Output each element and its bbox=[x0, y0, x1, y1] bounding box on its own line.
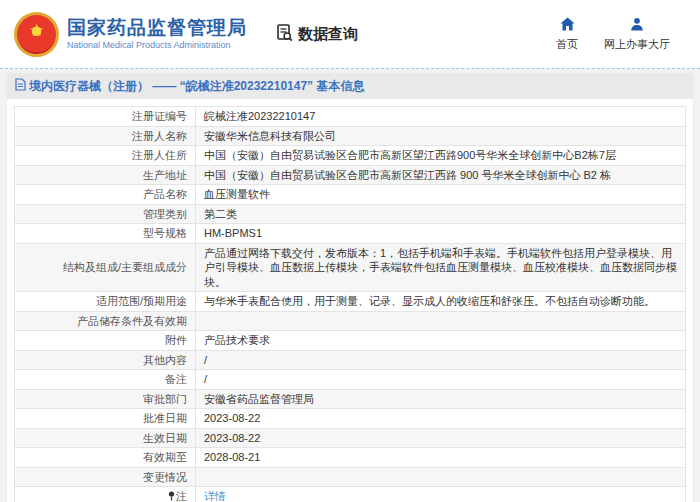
row-label: 注册人名称 bbox=[15, 126, 196, 146]
breadcrumb: 境内医疗器械（注册） —— “皖械注准20232210147” 基本信息 bbox=[15, 78, 364, 95]
row-value: 2028-08-21 bbox=[196, 448, 686, 468]
row-label: 批准日期 bbox=[15, 409, 196, 429]
row-value bbox=[196, 311, 686, 331]
row-value: 中国（安徽）自由贸易试验区合肥市高新区望江西路900号华米全球创新中心B2栋7层 bbox=[196, 146, 686, 166]
table-row: 审批部门 安徽省药品监督管理局 bbox=[15, 389, 686, 409]
table-row: 其他内容 / bbox=[15, 350, 686, 370]
org-title-block: 国家药品监督管理局 National Medical Products Admi… bbox=[67, 17, 247, 51]
table-row: 附件 产品技术要求 bbox=[15, 331, 686, 351]
row-label: 结构及组成/主要组成成分 bbox=[15, 243, 196, 292]
details-link[interactable]: 详情 bbox=[204, 490, 226, 502]
breadcrumb-text: 境内医疗器械（注册） —— “皖械注准20232210147” 基本信息 bbox=[29, 78, 364, 95]
row-label: 有效期至 bbox=[15, 448, 196, 468]
row-value: 中国（安徽）自由贸易试验区合肥市高新区望江西路 900 号华米全球创新中心 B2… bbox=[196, 165, 686, 185]
national-emblem-logo: ★ bbox=[14, 12, 59, 57]
row-value: 详情 bbox=[196, 487, 686, 502]
row-label: 产品名称 bbox=[15, 185, 196, 205]
document-search-icon bbox=[275, 23, 294, 46]
table-row: 备注 / bbox=[15, 370, 686, 390]
tab-data-query-label: 数据查询 bbox=[298, 25, 358, 44]
row-label: 生效日期 bbox=[15, 428, 196, 448]
nav-item-service-hall[interactable]: 网上办事大厅 bbox=[604, 17, 670, 52]
home-icon bbox=[560, 17, 575, 35]
org-name-en: National Medical Products Administration bbox=[67, 40, 247, 52]
table-row: 变更情况 bbox=[15, 467, 686, 487]
table-row: 生效日期 2023-08-22 bbox=[15, 428, 686, 448]
table-row: 产品储存条件及有效期 bbox=[15, 311, 686, 331]
row-label: 注册证编号 bbox=[15, 107, 196, 127]
nav-item-service-hall-label: 网上办事大厅 bbox=[604, 37, 670, 52]
row-value: 第二类 bbox=[196, 204, 686, 224]
note-label: 注 bbox=[176, 490, 187, 502]
breadcrumb-bar: 境内医疗器械（注册） —— “皖械注准20232210147” 基本信息 bbox=[7, 73, 693, 99]
table-row: 注册人名称 安徽华米信息科技有限公司 bbox=[15, 126, 686, 146]
top-nav: 首页 网上办事大厅 bbox=[556, 17, 670, 52]
content-card: 境内医疗器械（注册） —— “皖械注准20232210147” 基本信息 注册证… bbox=[7, 73, 693, 502]
note-pin-icon bbox=[168, 491, 175, 501]
table-row: 管理类别 第二类 bbox=[15, 204, 686, 224]
row-label: 注 bbox=[15, 487, 196, 502]
row-value: 2023-08-22 bbox=[196, 428, 686, 448]
table-row: 注册证编号 皖械注准20232210147 bbox=[15, 107, 686, 127]
row-label: 产品储存条件及有效期 bbox=[15, 311, 196, 331]
table-row: 型号规格 HM-BPMS1 bbox=[15, 224, 686, 244]
row-value: / bbox=[196, 370, 686, 390]
table-row: 有效期至 2028-08-21 bbox=[15, 448, 686, 468]
row-value: 安徽华米信息科技有限公司 bbox=[196, 126, 686, 146]
row-value bbox=[196, 467, 686, 487]
row-label: 变更情况 bbox=[15, 467, 196, 487]
registration-detail-table-wrap: 注册证编号 皖械注准20232210147 注册人名称 安徽华米信息科技有限公司… bbox=[7, 99, 693, 502]
document-icon bbox=[15, 78, 26, 94]
row-value: 血压测量软件 bbox=[196, 185, 686, 205]
table-row: 批准日期 2023-08-22 bbox=[15, 409, 686, 429]
nav-item-home-label: 首页 bbox=[556, 37, 578, 52]
tab-data-query[interactable]: 数据查询 bbox=[275, 23, 358, 46]
table-row: 注册人住所 中国（安徽）自由贸易试验区合肥市高新区望江西路900号华米全球创新中… bbox=[15, 146, 686, 166]
table-row: 产品名称 血压测量软件 bbox=[15, 185, 686, 205]
org-name-cn: 国家药品监督管理局 bbox=[67, 17, 247, 40]
row-label: 其他内容 bbox=[15, 350, 196, 370]
user-icon bbox=[630, 17, 644, 35]
row-label: 审批部门 bbox=[15, 389, 196, 409]
table-row: 生产地址 中国（安徽）自由贸易试验区合肥市高新区望江西路 900 号华米全球创新… bbox=[15, 165, 686, 185]
row-value: 安徽省药品监督管理局 bbox=[196, 389, 686, 409]
page-header: ★ 国家药品监督管理局 National Medical Products Ad… bbox=[0, 0, 700, 69]
row-label: 生产地址 bbox=[15, 165, 196, 185]
nav-item-home[interactable]: 首页 bbox=[556, 17, 578, 52]
table-row: 适用范围/预期用途 与华米手表配合使用，用于测量、记录、显示成人的收缩压和舒张压… bbox=[15, 292, 686, 312]
row-label: 管理类别 bbox=[15, 204, 196, 224]
row-value: 2023-08-22 bbox=[196, 409, 686, 429]
row-value: 产品技术要求 bbox=[196, 331, 686, 351]
table-row: 结构及组成/主要组成成分 产品通过网络下载交付，发布版本：1，包括手机端和手表端… bbox=[15, 243, 686, 292]
row-value: 与华米手表配合使用，用于测量、记录、显示成人的收缩压和舒张压。不包括自动诊断功能… bbox=[196, 292, 686, 312]
row-value: 皖械注准20232210147 bbox=[196, 107, 686, 127]
row-label: 适用范围/预期用途 bbox=[15, 292, 196, 312]
row-value: 产品通过网络下载交付，发布版本：1，包括手机端和手表端。手机端软件包括用户登录模… bbox=[196, 243, 686, 292]
row-label: 备注 bbox=[15, 370, 196, 390]
row-value: HM-BPMS1 bbox=[196, 224, 686, 244]
row-label: 注册人住所 bbox=[15, 146, 196, 166]
row-label: 型号规格 bbox=[15, 224, 196, 244]
registration-detail-table: 注册证编号 皖械注准20232210147 注册人名称 安徽华米信息科技有限公司… bbox=[14, 106, 686, 502]
table-row: 注 详情 bbox=[15, 487, 686, 502]
row-label: 附件 bbox=[15, 331, 196, 351]
row-value: / bbox=[196, 350, 686, 370]
